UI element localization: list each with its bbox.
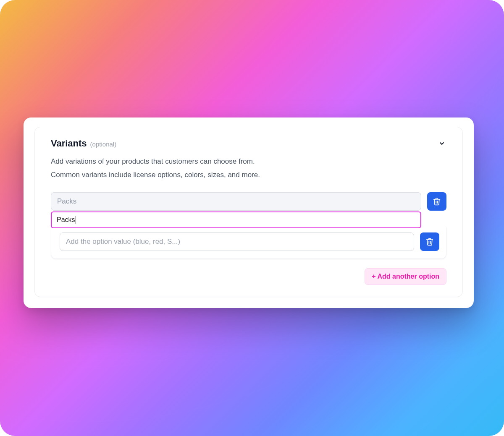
variants-description-line1: Add variations of your products that cus… [51,157,255,165]
variants-card-header: Variants (optional) [51,138,446,149]
variants-title-wrap: Variants (optional) [51,138,116,149]
variants-card: Variants (optional) Add variations of yo… [34,127,463,297]
variants-description: Add variations of your products that cus… [51,155,446,182]
delete-option-value-button[interactable] [420,232,439,251]
trash-icon [433,197,441,206]
variants-optional-label: (optional) [90,141,117,148]
option-values-card [51,227,446,259]
variants-panel: Variants (optional) Add variations of yo… [24,117,474,308]
option-value-input[interactable] [60,232,414,251]
option-name-autocomplete-input[interactable]: Packs [51,211,421,228]
trash-icon [425,238,434,246]
option-value-row [60,232,439,251]
add-another-option-button[interactable]: + Add another option [365,268,446,285]
option-name-row [51,192,446,211]
text-caret [76,216,76,224]
option-name-display-input[interactable] [51,192,421,211]
option-name-edit-row: Packs [51,211,421,228]
variants-description-line2: Common variants include license options,… [51,171,260,179]
variants-title: Variants [51,138,87,149]
delete-option-button[interactable] [427,192,446,211]
chevron-down-icon [438,140,445,147]
collapse-toggle[interactable] [437,139,446,148]
option-name-editing-value: Packs [57,216,75,224]
